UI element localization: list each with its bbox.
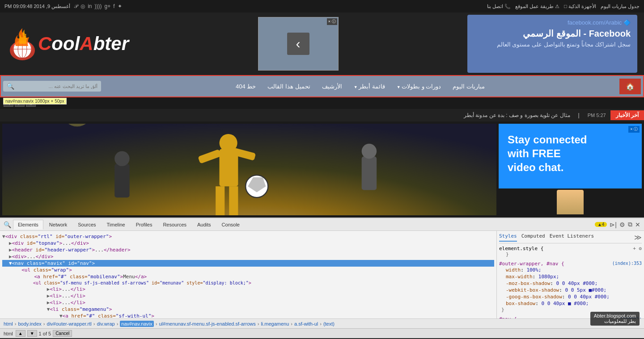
- breadcrumb-text[interactable]: (text): [323, 321, 335, 326]
- breadcrumb-outer-wrapper[interactable]: div#outer-wrapper.rtl: [47, 321, 92, 326]
- tree-row-selected[interactable]: ▼<nav class="navix" id="nav">: [2, 260, 494, 267]
- styles-panel: Styles Computed Event Listeners ≫ elemen…: [496, 231, 644, 318]
- tree-row[interactable]: <ul class="wrap">: [2, 267, 494, 273]
- search-input[interactable]: [17, 84, 97, 89]
- styles-tab-event-listeners[interactable]: Event Listeners: [550, 233, 594, 242]
- hero-image: [2, 124, 496, 215]
- prev-page-button[interactable]: ▲: [16, 330, 25, 337]
- tab-console[interactable]: Console: [217, 220, 245, 230]
- breadcrumb-megamenu[interactable]: li.megamenu: [261, 321, 289, 326]
- watermark: Abter.blogspot.com بطر للمعلوميات: [590, 312, 640, 326]
- styles-close-icon[interactable]: ≫: [634, 233, 642, 242]
- css-prop: -moz-box-shadow: 0 0 40px #000;: [499, 280, 642, 287]
- nav-items: مباريات اليوم دورات و بطولات قائمة أبطر …: [230, 80, 490, 93]
- tree-row[interactable]: ▼<div class="rtl" id="outer-wrapper">: [2, 233, 494, 240]
- tab-sources[interactable]: Sources: [73, 220, 101, 230]
- rss-icon[interactable]: )))): [95, 3, 102, 9]
- ad-close-button[interactable]: × ⓘ: [327, 18, 337, 25]
- breadcrumb-sf-with-ul[interactable]: a.sf-with-ul: [294, 321, 318, 326]
- tree-row[interactable]: ▼<li class="megamenu">: [2, 306, 494, 313]
- breadcrumb-nav[interactable]: nav#nav.navix: [120, 321, 154, 327]
- css-prop: -webkit-box-shadow: 0 0 5px ■#000;: [499, 287, 642, 293]
- devtools-search-icon[interactable]: 🔍: [4, 221, 11, 228]
- svg-rect-16: [114, 164, 129, 197]
- tree-row[interactable]: <a href="#" class="mobilenav">Menu</a>: [2, 273, 494, 280]
- howto-link[interactable]: ⚠ طريقة عمل الموقع: [515, 4, 559, 9]
- ticker-time: PM 5:27: [583, 113, 610, 118]
- element-size-label: nav#nav.navix 1080px × 50px: [3, 98, 67, 105]
- tree-row[interactable]: ▶<li>...</li>: [2, 299, 494, 306]
- linkedin-icon[interactable]: in: [88, 3, 92, 9]
- ad-sidebar: × ⓘ Stay connectedwith FREEvideo chat.: [499, 124, 642, 215]
- tab-resources[interactable]: Resources: [158, 220, 191, 230]
- styles-tab-styles[interactable]: Styles: [499, 233, 517, 242]
- tree-row[interactable]: ▶<header id="header-wrapper">...</header…: [2, 247, 494, 253]
- breadcrumb-html[interactable]: html: [4, 321, 13, 326]
- next-page-button[interactable]: ▼: [27, 330, 37, 337]
- styles-tabs: Styles Computed Event Listeners ≫: [499, 233, 642, 243]
- logo-text: CoolAbter: [38, 33, 129, 54]
- ad-sidebar-close-button[interactable]: × ⓘ: [628, 126, 640, 133]
- top-bar-left: PM 09:09:48 2014 ,9 أغسطس 𝒫 ◎ in )))) g+…: [4, 3, 122, 9]
- schedule-link[interactable]: جدول مباريات اليوم: [601, 4, 640, 9]
- breadcrumb-body[interactable]: body.index: [18, 321, 41, 326]
- fb-icon: 🔷 facebook.com/Arabic: [474, 19, 631, 26]
- google-circles-icon[interactable]: ◎: [80, 3, 85, 9]
- svg-point-19: [362, 144, 377, 159]
- tab-timeline[interactable]: Timeline: [102, 220, 130, 230]
- logo-flame-icon: [7, 26, 38, 62]
- tab-elements[interactable]: Elements: [13, 220, 43, 230]
- devtools-toolbar: 🔍 Elements Network Sources Timeline Prof…: [0, 218, 644, 231]
- breakpoints-icon[interactable]: ⊳|: [610, 221, 617, 228]
- devtools-toolbar-icons: ▲4 ⊳| ⚙ ⧉ ✕: [595, 221, 640, 228]
- tree-row[interactable]: ▶<li>...</li>: [2, 286, 494, 293]
- cancel-button[interactable]: Cancel: [53, 330, 72, 337]
- pinterest-icon[interactable]: 𝒫: [74, 3, 78, 9]
- home-nav-button[interactable]: 🏠: [619, 79, 641, 94]
- tree-row[interactable]: ▶<div id="topnav">...</div>: [2, 240, 494, 247]
- breadcrumb-wrap[interactable]: div.wrap: [97, 321, 114, 326]
- top-bar: PM 09:09:48 2014 ,9 أغسطس 𝒫 ◎ in )))) g+…: [0, 0, 644, 13]
- tab-network[interactable]: Network: [44, 220, 72, 230]
- ticker-text: مثال عن تلوية بصورة و صف : بدة عن مدونة …: [0, 112, 575, 118]
- google-plus-icon[interactable]: g+: [105, 3, 111, 9]
- tree-row[interactable]: ▶<li>...</li>: [2, 293, 494, 299]
- nav-tournaments[interactable]: دورات و بطولات: [391, 80, 447, 93]
- ad-arrow-icon[interactable]: ‹: [287, 33, 309, 55]
- devices-link[interactable]: الأجهزة الذكية □: [564, 4, 596, 9]
- svg-rect-6: [2, 124, 496, 215]
- nav-abter-list[interactable]: قائمة أبطر: [348, 80, 390, 93]
- styles-tab-computed[interactable]: Computed: [521, 233, 545, 242]
- dock-icon[interactable]: ⧉: [628, 221, 632, 228]
- social-icons: 𝒫 ◎ in )))) g+ f ✦: [74, 3, 122, 9]
- tree-row[interactable]: ▶<div>...</div>: [2, 253, 494, 260]
- contact-link[interactable]: 📞 اتصل بنا: [487, 4, 511, 9]
- html-tree: ▼<div class="rtl" id="outer-wrapper"> ▶<…: [0, 231, 496, 318]
- nav-404[interactable]: خط 404: [230, 80, 261, 93]
- breadcrumb-menunav[interactable]: ul#menunav.sf-menu.sf-js-enabled.sf-arro…: [159, 321, 255, 326]
- element-style-section: element.style { + ⚙ }: [499, 246, 642, 257]
- tab-audits[interactable]: Audits: [192, 220, 216, 230]
- css-rule-1: #outer-wrapper, #nav { (index):353 width…: [499, 261, 642, 313]
- close-devtools-icon[interactable]: ✕: [635, 221, 640, 228]
- tree-row[interactable]: ▼<a href="#" class="sf-with-ul">: [2, 313, 494, 318]
- twitter-icon[interactable]: ✦: [118, 3, 122, 9]
- search-area: 🔍: [3, 81, 101, 92]
- settings-icon[interactable]: ⚙: [619, 221, 625, 228]
- fb-description: سجل اشتراكك مجاناً وتمتع بالتواصل على مس…: [474, 41, 631, 48]
- facebook-icon[interactable]: f: [113, 3, 114, 9]
- devtools-panel: 🔍 Elements Network Sources Timeline Prof…: [0, 218, 644, 338]
- devtools-tabs: Elements Network Sources Timeline Profil…: [13, 220, 245, 230]
- main-content: × ⓘ Stay connectedwith FREEvideo chat.: [0, 121, 644, 218]
- add-style-icon[interactable]: + ⚙: [633, 246, 642, 251]
- nav-matches-today[interactable]: مباريات اليوم: [447, 80, 490, 93]
- top-bar-right: جدول مباريات اليوم الأجهزة الذكية □ ⚠ طر…: [487, 4, 640, 9]
- nav-download-template[interactable]: تحميل هذا القالب: [262, 80, 315, 93]
- tree-row[interactable]: <ul class="sf-menu sf-js-enabled sf-arro…: [2, 280, 494, 286]
- css-link-1[interactable]: (index):353: [612, 261, 642, 267]
- tab-profiles[interactable]: Profiles: [131, 220, 157, 230]
- ticker-label: آخر الأخبار: [610, 110, 644, 120]
- soccer-svg: [2, 124, 496, 215]
- nav-archive[interactable]: الأرشيف: [317, 80, 347, 93]
- svg-point-17: [114, 151, 129, 166]
